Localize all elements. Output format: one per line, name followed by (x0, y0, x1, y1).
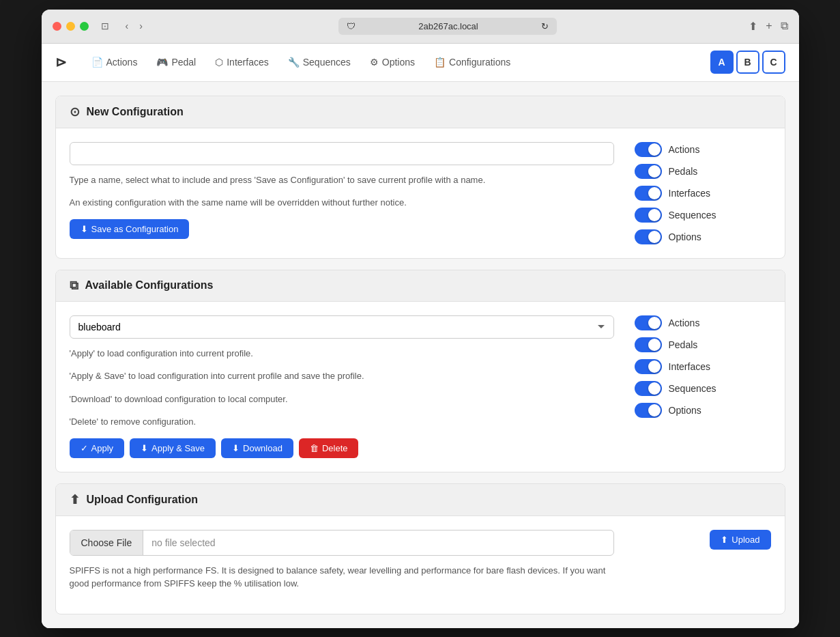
toggle-sequences-new: Sequences (635, 208, 771, 223)
profile-a-button[interactable]: A (710, 51, 734, 74)
toggle-sequences-avail-label: Sequences (669, 383, 716, 394)
page-content: ⊳ 📄 Actions 🎮 Pedal ⬡ Interfaces (42, 44, 799, 628)
toggle-pedals-new-label: Pedals (669, 166, 698, 177)
app-logo: ⊳ (55, 54, 67, 70)
url-shield-icon: 🛡 (347, 21, 356, 31)
options-icon: ⚙ (370, 57, 379, 68)
upload-button[interactable]: ⬆ Upload (710, 530, 770, 550)
nav-pedal[interactable]: 🎮 Pedal (148, 53, 204, 72)
toggle-actions-avail-label: Actions (669, 317, 700, 328)
profile-b-button[interactable]: B (736, 51, 759, 74)
nav-options[interactable]: ⚙ Options (362, 53, 423, 72)
toggle-pedals-avail-label: Pedals (669, 339, 698, 350)
upload-config-icon: ⬆ (70, 492, 80, 507)
delete-button[interactable]: 🗑 Delete (299, 438, 359, 458)
toggle-interfaces-avail: Interfaces (635, 359, 771, 374)
address-bar[interactable]: 🛡 2ab267ac.local ↻ (338, 18, 557, 35)
new-tab-button[interactable]: + (766, 20, 772, 33)
nav-sequences[interactable]: 🔧 Sequences (280, 53, 359, 72)
available-help-4: 'Delete' to remove configuration. (70, 415, 614, 429)
actions-icon: 📄 (91, 57, 103, 68)
new-config-help1: Type a name, select what to include and … (70, 173, 614, 187)
upload-help-text: SPIFFS is not a high performance FS. It … (70, 564, 614, 591)
toggle-options-avail: Options (635, 403, 771, 418)
available-config-buttons: ✓ Apply ⬇ Apply & Save ⬇ Download (70, 438, 614, 458)
toggle-sequences-avail: Sequences (635, 381, 771, 396)
delete-icon: 🗑 (310, 443, 319, 453)
toggle-interfaces-new-label: Interfaces (669, 188, 710, 199)
toggle-interfaces-new: Interfaces (635, 186, 771, 201)
minimize-button[interactable] (66, 22, 75, 31)
toggle-options-new: Options (635, 229, 771, 244)
choose-file-button[interactable]: Choose File (70, 530, 144, 555)
browser-window: ⊡ ‹ › 🛡 2ab267ac.local ↻ ⬆ + ⧉ ⊳ (42, 10, 799, 628)
toggle-interfaces-avail-label: Interfaces (669, 361, 710, 372)
top-nav: ⊳ 📄 Actions 🎮 Pedal ⬡ Interfaces (42, 44, 799, 82)
available-config-header: ⧉ Available Configurations (56, 270, 785, 302)
close-button[interactable] (53, 22, 61, 31)
available-help-2: 'Apply & Save' to load configuration int… (70, 369, 614, 383)
upload-configuration-section: ⬆ Upload Configuration Choose File no fi… (55, 483, 785, 614)
apply-save-icon: ⬇ (141, 443, 148, 453)
upload-config-header: ⬆ Upload Configuration (56, 484, 785, 516)
forward-button[interactable]: › (135, 18, 147, 33)
nav-links: 📄 Actions 🎮 Pedal ⬡ Interfaces 🔧 Sequenc… (83, 53, 519, 72)
new-config-body: Type a name, select what to include and … (56, 128, 785, 258)
download-icon: ⬇ (232, 443, 240, 453)
new-config-title: New Configuration (87, 106, 184, 118)
available-config-right: Actions Pedals Interfaces (635, 315, 771, 418)
title-bar: ⊡ ‹ › 🛡 2ab267ac.local ↻ ⬆ + ⧉ (42, 10, 799, 44)
toggle-pedals-avail: Pedals (635, 337, 771, 352)
traffic-lights (53, 22, 89, 31)
toggle-options-new-switch[interactable] (635, 229, 662, 244)
upload-config-left: Choose File no file selected SPIFFS is n… (70, 530, 614, 600)
nav-configurations[interactable]: 📋 Configurations (426, 53, 519, 72)
url-text: 2ab267ac.local (418, 21, 478, 31)
back-button[interactable]: ‹ (121, 18, 133, 33)
download-button[interactable]: ⬇ Download (221, 438, 293, 458)
pedal-icon: 🎮 (156, 57, 168, 68)
save-as-configuration-button[interactable]: ⬇ Save as Configuration (70, 219, 190, 239)
toggle-options-avail-switch[interactable] (635, 403, 662, 418)
available-configurations-section: ⧉ Available Configurations blueboard 'Ap… (55, 270, 785, 472)
apply-save-button[interactable]: ⬇ Apply & Save (130, 438, 216, 458)
toggle-sequences-new-switch[interactable] (635, 208, 662, 223)
nav-interfaces[interactable]: ⬡ Interfaces (207, 53, 276, 72)
available-config-toggles: Actions Pedals Interfaces (635, 315, 771, 418)
new-config-header: ⊙ New Configuration (56, 96, 785, 128)
toolbar-actions: ⬆ + ⧉ (749, 20, 787, 33)
new-configuration-section: ⊙ New Configuration Type a name, select … (55, 96, 785, 259)
profile-c-button[interactable]: C (762, 51, 785, 74)
upload-icon: ⬆ (721, 535, 728, 545)
save-config-icon: ⬇ (81, 224, 88, 234)
toggle-actions-avail: Actions (635, 315, 771, 330)
file-label: no file selected (143, 530, 613, 555)
reload-icon[interactable]: ↻ (541, 21, 549, 31)
toggle-sequences-avail-switch[interactable] (635, 381, 662, 396)
available-help-3: 'Download' to download configuration to … (70, 393, 614, 406)
toggle-actions-new-label: Actions (669, 144, 700, 155)
tabs-button[interactable]: ⧉ (781, 20, 788, 33)
toggle-interfaces-new-switch[interactable] (635, 186, 662, 201)
share-button[interactable]: ⬆ (749, 20, 757, 33)
new-config-left: Type a name, select what to include and … (70, 142, 614, 239)
upload-config-body: Choose File no file selected SPIFFS is n… (56, 516, 785, 614)
toggle-actions-avail-switch[interactable] (635, 315, 662, 330)
toggle-pedals-new-switch[interactable] (635, 164, 662, 179)
apply-button[interactable]: ✓ Apply (70, 438, 125, 458)
new-config-icon: ⊙ (70, 104, 80, 119)
toggle-interfaces-avail-switch[interactable] (635, 359, 662, 374)
sidebar-toggle-button[interactable]: ⊡ (97, 18, 113, 33)
upload-config-title: Upload Configuration (87, 494, 199, 506)
toggle-pedals-new: Pedals (635, 164, 771, 179)
available-help-1: 'Apply' to load configuration into curre… (70, 347, 614, 360)
upload-config-right: ⬆ Upload (635, 530, 771, 550)
toggle-pedals-avail-switch[interactable] (635, 337, 662, 352)
nav-actions[interactable]: 📄 Actions (83, 53, 146, 72)
available-config-icon: ⧉ (70, 279, 78, 293)
toggle-actions-new-switch[interactable] (635, 142, 662, 157)
interfaces-icon: ⬡ (215, 57, 223, 68)
config-name-input[interactable] (70, 142, 614, 165)
configuration-select[interactable]: blueboard (70, 315, 614, 339)
maximize-button[interactable] (80, 22, 89, 31)
